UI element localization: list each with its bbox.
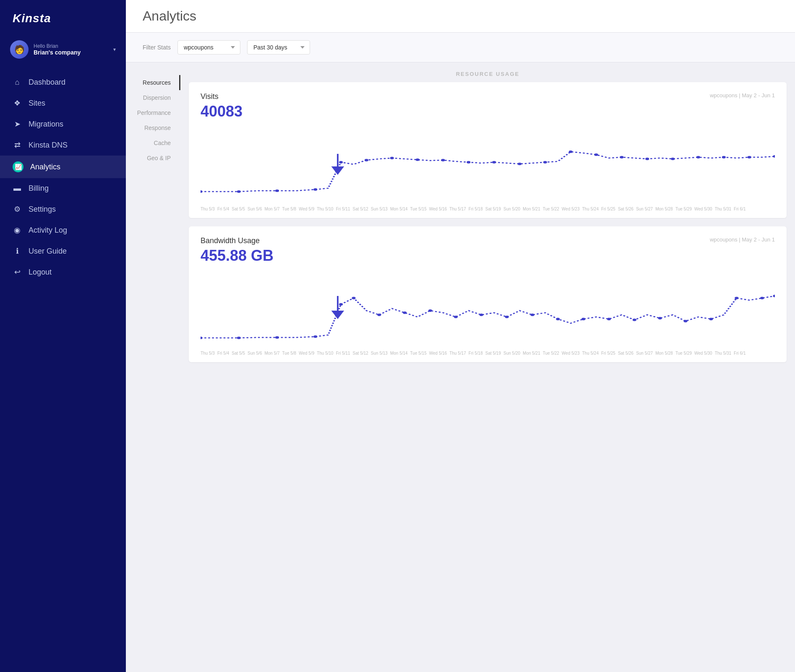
filter-label: Filter Stats [143,44,171,51]
bandwidth-svg [201,273,775,348]
svg-point-14 [569,150,573,153]
sidebar-item-analytics[interactable]: 📈Analytics [0,156,126,178]
svg-point-22 [773,155,775,158]
visits-meta: wpcoupons | May 2 - Jun 1 [710,92,775,99]
sidebar-item-label-migrations: Migrations [29,120,63,129]
sites-icon: ❖ [13,99,22,108]
charts-area: RESOURCE USAGE Visits wpcoupons | May 2 … [180,62,795,672]
sidebar-item-settings[interactable]: ⚙Settings [0,199,126,220]
visits-chart [201,129,775,204]
content-area: ResourcesDispersionPerformanceResponseCa… [126,62,795,672]
bandwidth-title: Bandwidth Usage [201,236,260,245]
page-header: Analytics [126,0,795,33]
main-content: Analytics Filter Stats wpcoupons Past 30… [126,0,795,672]
visits-xaxis: Thu 5/3Fri 5/4Sat 5/5Sun 5/6 Mon 5/7Tue … [201,207,775,211]
sidebar-item-kinsta-dns[interactable]: ⇄Kinsta DNS [0,135,126,156]
bandwidth-chart [201,273,775,348]
svg-point-35 [505,316,509,318]
svg-point-37 [556,318,560,320]
visits-svg [201,129,775,204]
logo: Kinsta [0,0,126,35]
billing-icon: ▬ [13,184,22,193]
svg-point-1 [201,190,203,193]
svg-point-11 [492,161,496,163]
user-greeting: Hello Brian [34,43,108,49]
user-company: Brian's company [34,49,108,56]
site-filter-select[interactable]: wpcoupons [177,40,240,54]
svg-point-17 [645,158,649,160]
sidebar-item-activity-log[interactable]: ◉Activity Log [0,220,126,241]
svg-point-2 [237,190,241,193]
svg-point-40 [633,319,636,321]
svg-point-7 [390,157,394,159]
migrations-icon: ➤ [13,119,22,129]
resource-usage-header: RESOURCE USAGE [189,62,787,82]
sidebar-item-label-sites: Sites [29,99,45,108]
sidebar-item-dashboard[interactable]: ⌂Dashboard [0,72,126,93]
sidebar: Kinsta 🧑 Hello Brian Brian's company ▾ ⌂… [0,0,126,672]
svg-point-30 [377,314,381,316]
date-filter-select[interactable]: Past 30 daysPast 7 daysPast 90 days [247,40,310,54]
svg-point-4 [313,188,317,191]
page-title: Analytics [143,8,778,24]
visits-title: Visits [201,92,219,101]
left-nav-item-response[interactable]: Response [126,120,180,135]
svg-point-46 [773,295,775,297]
bandwidth-chart-header: Bandwidth Usage wpcoupons | May 2 - Jun … [201,236,775,245]
sidebar-item-sites[interactable]: ❖Sites [0,93,126,114]
sidebar-item-label-analytics: Analytics [30,163,60,171]
visits-chart-header: Visits wpcoupons | May 2 - Jun 1 [201,92,775,101]
svg-point-31 [403,311,407,314]
svg-point-15 [594,153,598,156]
svg-point-38 [581,318,585,320]
user-section[interactable]: 🧑 Hello Brian Brian's company ▾ [0,35,126,69]
svg-point-45 [760,297,764,299]
left-nav-item-cache[interactable]: Cache [126,135,180,150]
bandwidth-chart-card: Bandwidth Usage wpcoupons | May 2 - Jun … [189,226,787,362]
user-guide-icon: ℹ [13,246,22,256]
sidebar-item-label-dashboard: Dashboard [29,78,65,87]
visits-value: 40083 [201,103,775,120]
left-nav-item-performance[interactable]: Performance [126,105,180,120]
filter-bar: Filter Stats wpcoupons Past 30 daysPast … [126,33,795,62]
svg-point-41 [658,317,662,319]
svg-point-25 [237,337,241,339]
logout-icon: ↩ [13,267,22,277]
sidebar-item-user-guide[interactable]: ℹUser Guide [0,241,126,262]
avatar: 🧑 [10,40,29,59]
svg-point-24 [201,337,203,339]
sidebar-item-logout[interactable]: ↩Logout [0,262,126,283]
svg-point-44 [735,297,738,299]
user-info: Hello Brian Brian's company [34,43,108,56]
svg-point-20 [722,156,726,158]
svg-point-36 [530,314,534,316]
svg-point-13 [543,161,547,163]
sidebar-item-billing[interactable]: ▬Billing [0,178,126,199]
bandwidth-meta: wpcoupons | May 2 - Jun 1 [710,236,775,243]
svg-point-39 [607,318,611,320]
left-nav-item-geo-ip[interactable]: Geo & IP [126,150,180,166]
svg-point-29 [352,297,356,299]
bandwidth-xaxis: Thu 5/3Fri 5/4Sat 5/5Sun 5/6 Mon 5/7Tue … [201,351,775,355]
bandwidth-value: 455.88 GB [201,247,775,265]
sidebar-nav: ⌂Dashboard❖Sites➤Migrations⇄Kinsta DNS📈A… [0,69,126,664]
svg-point-5 [339,161,343,163]
svg-point-19 [696,156,700,158]
settings-icon: ⚙ [13,205,22,214]
svg-point-26 [275,336,279,339]
sidebar-item-migrations[interactable]: ➤Migrations [0,114,126,135]
analytics-icon: 📈 [13,161,23,172]
sidebar-item-label-logout: Logout [29,268,52,277]
svg-point-18 [671,158,675,160]
visits-chart-card: Visits wpcoupons | May 2 - Jun 1 40083 [189,82,787,218]
sidebar-item-label-user-guide: User Guide [29,247,67,256]
dashboard-icon: ⌂ [13,78,22,87]
left-nav-item-dispersion[interactable]: Dispersion [126,90,180,105]
activity-log-icon: ◉ [13,226,22,235]
left-nav: ResourcesDispersionPerformanceResponseCa… [126,62,180,672]
svg-point-16 [620,156,623,158]
left-nav-item-resources[interactable]: Resources [126,75,180,90]
svg-point-42 [683,320,687,322]
svg-point-9 [441,159,445,161]
svg-point-32 [428,309,432,312]
